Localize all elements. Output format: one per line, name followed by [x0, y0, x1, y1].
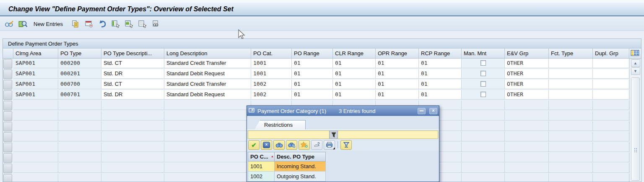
cell-po-range[interactable]: 01 — [292, 59, 333, 68]
cell-po-range[interactable]: 01 — [292, 79, 333, 89]
row-selector[interactable] — [3, 143, 12, 152]
row-selector[interactable] — [3, 90, 12, 100]
select-all-icon[interactable] — [111, 20, 121, 28]
empty-cell[interactable] — [505, 121, 549, 131]
cell-long-description[interactable]: Standard Debit Request — [164, 90, 251, 100]
cell-po-cat[interactable]: 1001 — [251, 59, 292, 68]
col-header-clrng-area[interactable]: Clrng Area — [13, 49, 58, 59]
empty-cell[interactable] — [13, 121, 58, 131]
empty-cell[interactable] — [505, 132, 549, 141]
selector-header-cell[interactable] — [3, 49, 13, 59]
empty-cell[interactable] — [13, 163, 58, 173]
find-button[interactable] — [273, 140, 285, 150]
cell-long-description[interactable]: Standard Credit Transfer — [164, 59, 251, 68]
value-help-row[interactable]: 1002 Outgoing Stand. — [248, 172, 326, 182]
col-header-po-cat[interactable]: PO Cat. — [251, 49, 292, 59]
empty-cell[interactable] — [13, 111, 58, 120]
cell-po-type-desc[interactable]: Std. DR — [101, 69, 164, 79]
empty-cell[interactable] — [549, 111, 593, 120]
cell-fct-type[interactable] — [549, 59, 593, 68]
empty-cell[interactable] — [462, 121, 505, 131]
cell-po-range[interactable]: 01 — [292, 90, 333, 100]
find-icon[interactable] — [151, 20, 161, 28]
delete-row-icon[interactable] — [84, 20, 94, 28]
empty-cell[interactable] — [164, 153, 251, 162]
restriction-input-field[interactable] — [248, 131, 438, 139]
cell-clrng-area[interactable]: SAP001 — [13, 59, 58, 68]
deselect-all-icon[interactable] — [138, 20, 148, 28]
row-selector[interactable] — [3, 132, 12, 142]
filter-button[interactable] — [340, 140, 352, 150]
man-mnt-checkbox[interactable] — [480, 60, 486, 66]
col-header-man-mnt[interactable]: Man. Mnt — [462, 49, 505, 59]
find-next-button[interactable] — [286, 140, 297, 150]
empty-cell[interactable] — [505, 100, 549, 110]
col-header-dupl-grp[interactable]: Dupl. Grp — [593, 49, 629, 59]
cell-desc-po-type[interactable]: Incoming Stand. — [275, 161, 326, 172]
empty-cell[interactable] — [593, 142, 629, 152]
row-selector[interactable] — [3, 80, 12, 90]
empty-cell[interactable] — [101, 142, 164, 152]
cell-rcp-range[interactable]: 01 — [419, 59, 462, 68]
col-header-ev-grp[interactable]: E&V Grp — [505, 49, 549, 59]
empty-cell[interactable] — [13, 100, 58, 110]
empty-cell[interactable] — [505, 174, 549, 182]
cell-clrng-area[interactable]: SAP001 — [13, 79, 58, 89]
empty-cell[interactable] — [164, 163, 251, 173]
value-help-row-selected[interactable]: 1001 Incoming Stand. — [248, 161, 326, 172]
copy-as-icon[interactable] — [70, 20, 80, 28]
empty-cell[interactable] — [58, 153, 101, 162]
cell-rcp-range[interactable]: 01 — [419, 69, 462, 79]
scroll-up-button[interactable]: ▲ — [631, 59, 640, 67]
cell-fct-type[interactable] — [549, 69, 593, 79]
empty-cell[interactable] — [101, 132, 164, 141]
man-mnt-checkbox[interactable] — [480, 71, 486, 76]
empty-cell[interactable] — [164, 142, 251, 152]
empty-cell[interactable] — [549, 163, 593, 173]
empty-cell[interactable] — [462, 132, 505, 141]
cell-clrng-area[interactable]: SAP001 — [13, 69, 58, 79]
table-configuration-icon[interactable] — [631, 49, 640, 58]
dialog-title-bar[interactable]: Payment Order Category (1) 3 Entries fou… — [247, 106, 439, 116]
empty-cell[interactable] — [101, 111, 164, 120]
cell-po-type-desc[interactable]: Std. DR — [101, 90, 164, 100]
col-header-opr-range[interactable]: OPR Range — [376, 49, 419, 59]
empty-cell[interactable] — [549, 153, 593, 162]
empty-cell[interactable] — [593, 132, 629, 141]
print-button[interactable] — [324, 140, 335, 150]
cell-clr-range[interactable]: 01 — [333, 59, 376, 68]
new-entries-button[interactable]: New Entries — [31, 21, 67, 27]
cell-opr-range[interactable]: 01 — [376, 69, 419, 79]
filter-handle[interactable] — [329, 131, 338, 139]
empty-cell[interactable] — [462, 153, 505, 162]
cell-po-cat-code[interactable]: 1002 — [248, 172, 275, 182]
empty-cell[interactable] — [462, 174, 505, 182]
empty-cell[interactable] — [13, 142, 58, 152]
empty-cell[interactable] — [164, 132, 251, 141]
man-mnt-checkbox[interactable] — [480, 81, 486, 87]
row-selector[interactable] — [3, 101, 12, 110]
col-header-fct-type[interactable]: Fct. Type — [549, 49, 593, 59]
scrollbar-thumb[interactable] — [631, 77, 640, 181]
col-header-po-cat-code[interactable]: PO C... ▲ — [248, 152, 275, 161]
cell-po-type[interactable]: 000700 — [58, 79, 101, 89]
empty-cell[interactable] — [58, 142, 101, 152]
cell-rcp-range[interactable]: 01 — [419, 79, 462, 89]
empty-cell[interactable] — [462, 100, 505, 110]
col-header-po-type[interactable]: PO Type — [58, 49, 101, 59]
cell-po-cat[interactable]: 1001 — [251, 69, 292, 79]
cell-ev-grp[interactable]: OTHER — [505, 69, 549, 79]
empty-cell[interactable] — [101, 153, 164, 162]
cell-long-description[interactable]: Standard Debit Request — [164, 69, 251, 79]
empty-cell[interactable] — [505, 153, 549, 162]
empty-cell[interactable] — [549, 174, 593, 182]
close-button[interactable]: × — [429, 108, 437, 114]
row-selector[interactable] — [3, 164, 12, 173]
add-to-personal-list-button[interactable] — [299, 140, 310, 150]
cell-po-type-desc[interactable]: Std. CT — [101, 79, 164, 89]
select-block-icon[interactable] — [124, 20, 134, 28]
empty-cell[interactable] — [462, 142, 505, 152]
cell-opr-range[interactable]: 01 — [376, 90, 419, 100]
empty-cell[interactable] — [13, 153, 58, 162]
scroll-down-button[interactable]: ▼ — [631, 67, 640, 75]
